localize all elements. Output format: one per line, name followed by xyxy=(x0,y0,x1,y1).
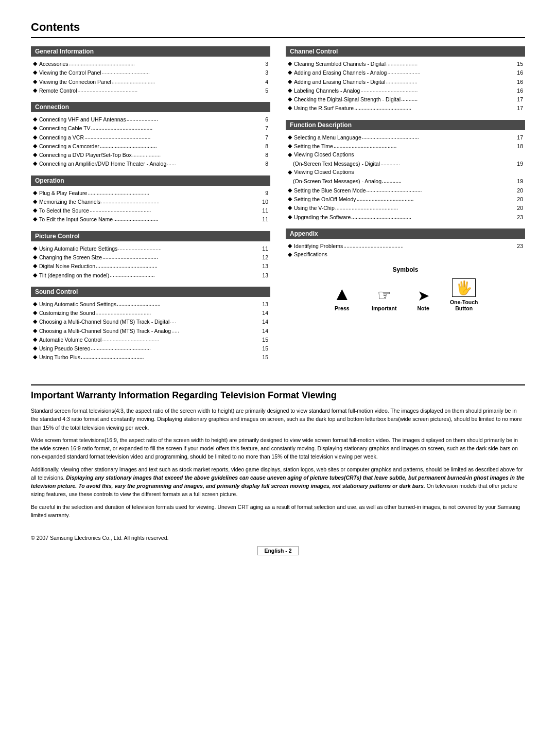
bullet-icon: ◆ xyxy=(33,59,37,68)
list-item: ◆ Clearing Scrambled Channels - Digital … xyxy=(286,59,525,68)
bullet-icon: ◆ xyxy=(288,186,292,195)
symbol-one-touch: 🖐 One-TouchButton xyxy=(450,278,478,311)
list-item: ◆ Memorizing the Channels ..............… xyxy=(31,197,270,206)
section-header-operation: Operation xyxy=(31,175,270,186)
list-item: ◆ Identifying Problems .................… xyxy=(286,241,525,250)
warranty-paragraph-3: Additionally, viewing other stationary i… xyxy=(31,465,525,499)
list-item: ◆ Setting the Time .....................… xyxy=(286,142,525,150)
list-item: ◆ Customizing the Sound ................… xyxy=(31,308,270,317)
section-header-channel: Channel Control xyxy=(286,46,525,57)
bullet-icon: ◆ xyxy=(33,206,37,215)
bullet-icon: ◆ xyxy=(33,261,37,270)
bullet-icon: ◆ xyxy=(33,115,37,124)
section-function-description: Function Description ◆ Selecting a Menu … xyxy=(286,120,525,221)
list-item: ◆ Viewing the Connection Panel .........… xyxy=(31,77,270,86)
list-item: ◆ Choosing a Multi-Channel Sound (MTS) T… xyxy=(31,326,270,335)
warranty-paragraph-1: Standard screen format televisions(4:3, … xyxy=(31,407,525,432)
bullet-icon: ◆ xyxy=(33,335,37,344)
list-item: ◆ To Select the Source .................… xyxy=(31,206,270,215)
section-picture-control: Picture Control ◆ Using Automatic Pictur… xyxy=(31,231,270,279)
list-item: ◆ Changing the Screen Size .............… xyxy=(31,253,270,261)
symbol-press: ▲ Press xyxy=(333,285,351,311)
bullet-icon: ◆ xyxy=(33,124,37,132)
list-item: ◆ Setting the On/Off Melody ............… xyxy=(286,195,525,203)
bullet-icon: ◆ xyxy=(33,86,37,95)
section-header-function: Function Description xyxy=(286,120,525,130)
bullet-icon: ◆ xyxy=(288,95,292,103)
list-item: ◆ Connecting an Amplifier/DVD Home Theat… xyxy=(31,159,270,168)
symbols-title: Symbols xyxy=(286,266,525,273)
toc-right-column: Channel Control ◆ Clearing Scrambled Cha… xyxy=(286,46,525,369)
list-item: ◆ Adding and Erasing Channels - Analog .… xyxy=(286,68,525,77)
list-item: ◆ Connecting a VCR .....................… xyxy=(31,133,270,142)
bullet-icon: ◆ xyxy=(288,142,292,150)
bullet-icon: ◆ xyxy=(33,244,37,253)
page-indicator: English - 2 xyxy=(257,546,298,555)
list-item: ◆ Selecting a Menu Language ............… xyxy=(286,133,525,142)
symbol-note-label: Note xyxy=(418,305,429,311)
bullet-icon: ◆ xyxy=(33,317,37,326)
bullet-icon: ◆ xyxy=(288,150,292,159)
one-touch-icon: 🖐 xyxy=(452,278,476,297)
bullet-icon: ◆ xyxy=(288,133,292,142)
section-appendix: Appendix ◆ Identifying Problems ........… xyxy=(286,228,525,259)
symbol-important-label: Important xyxy=(372,305,396,311)
bullet-icon: ◆ xyxy=(33,133,37,142)
bullet-icon: ◆ xyxy=(33,308,37,317)
warranty-section: Important Warranty Information Regarding… xyxy=(31,384,525,520)
symbol-important: ☞ Important xyxy=(372,288,396,311)
list-item: ◆ Using Pseudo Stereo ..................… xyxy=(31,344,270,353)
bullet-icon: ◆ xyxy=(288,86,292,95)
list-item: ◆ Using Turbo Plus .....................… xyxy=(31,353,270,361)
bullet-icon: ◆ xyxy=(288,213,292,221)
bullet-icon: ◆ xyxy=(288,68,292,77)
warranty-paragraph-2: Wide screen format televisions(16:9, the… xyxy=(31,436,525,461)
bullet-icon: ◆ xyxy=(33,159,37,168)
list-item: ◆ Digital Noise Reduction ..............… xyxy=(31,261,270,270)
press-icon: ▲ xyxy=(333,285,351,303)
list-item: ◆ Connecting VHF and UHF Antennas ......… xyxy=(31,115,270,124)
bullet-icon: ◆ xyxy=(33,188,37,197)
list-item: ◆ Choosing a Multi-Channel Sound (MTS) T… xyxy=(31,317,270,326)
bullet-icon: ◆ xyxy=(288,241,292,250)
bullet-icon: ◆ xyxy=(288,103,292,112)
list-item: ◆ Using Automatic Sound Settings .......… xyxy=(31,300,270,308)
symbol-press-label: Press xyxy=(335,305,350,311)
important-icon: ☞ xyxy=(377,288,391,303)
list-item: ◆ Connecting a Camcorder ...............… xyxy=(31,142,270,150)
section-header-connection: Connection xyxy=(31,102,270,112)
contents-header: Contents xyxy=(31,21,525,38)
section-header-general: General Information xyxy=(31,46,270,57)
toc-grid: General Information ◆ Accessories ......… xyxy=(31,46,525,369)
list-item: ◆ Remote Control .......................… xyxy=(31,86,270,95)
symbol-one-touch-label: One-TouchButton xyxy=(450,299,478,311)
list-item: ◆ Viewing the Control Panel ............… xyxy=(31,68,270,77)
symbols-section: Symbols ▲ Press ☞ Important ➤ Note 🖐 One… xyxy=(286,266,525,311)
symbol-note: ➤ Note xyxy=(418,289,429,311)
bullet-icon: ◆ xyxy=(33,150,37,159)
list-item: (On-Screen Text Messages) - Digital ....… xyxy=(286,159,525,168)
symbols-row: ▲ Press ☞ Important ➤ Note 🖐 One-TouchBu… xyxy=(286,278,525,311)
list-item: ◆ Viewing Closed Captions xyxy=(286,168,525,177)
list-item: ◆ Adding and Erasing Channels - Digital … xyxy=(286,77,525,86)
warranty-title: Important Warranty Information Regarding… xyxy=(31,390,525,401)
list-item: ◆ Using the R.Surf Feature .............… xyxy=(286,103,525,112)
bullet-icon: ◆ xyxy=(33,326,37,335)
list-item: ◆ Connecting a DVD Player/Set-Top Box ..… xyxy=(31,150,270,159)
bullet-icon: ◆ xyxy=(288,195,292,203)
bullet-icon: ◆ xyxy=(288,168,292,177)
footer: © 2007 Samsung Electronics Co., Ltd. All… xyxy=(31,535,525,555)
bullet-icon: ◆ xyxy=(33,142,37,150)
list-item: ◆ Checking the Digital-Signal Strength -… xyxy=(286,95,525,103)
bullet-icon: ◆ xyxy=(33,271,37,279)
section-connection: Connection ◆ Connecting VHF and UHF Ante… xyxy=(31,102,270,168)
bullet-icon: ◆ xyxy=(33,300,37,308)
section-channel-control: Channel Control ◆ Clearing Scrambled Cha… xyxy=(286,46,525,113)
list-item: ◆ Specifications xyxy=(286,250,525,259)
list-item: ◆ Viewing Closed Captions xyxy=(286,150,525,159)
list-item: ◆ Connecting Cable TV ..................… xyxy=(31,124,270,132)
page-title: Contents xyxy=(31,21,525,38)
list-item: ◆ Using Automatic Picture Settings .....… xyxy=(31,244,270,253)
list-item: ◆ Upgrading the Software ...............… xyxy=(286,213,525,221)
section-sound-control: Sound Control ◆ Using Automatic Sound Se… xyxy=(31,287,270,362)
